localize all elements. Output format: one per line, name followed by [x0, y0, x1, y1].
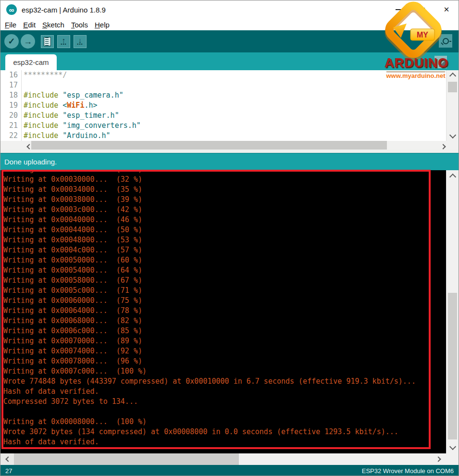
scrollbar-thumb[interactable] [31, 141, 387, 150]
console-horizontal-scrollbar[interactable] [0, 453, 459, 465]
menu-tools[interactable]: Tools [68, 21, 91, 29]
console-line: Compressed 3072 bytes to 134... [3, 397, 447, 407]
console-line: Writing at 0x00078000... (96 %) [3, 356, 447, 366]
open-sketch-button[interactable]: ↑ ••• [57, 35, 70, 48]
tab-bar: esp32-cam [0, 52, 459, 70]
upload-button[interactable]: → [21, 34, 35, 49]
triangle-icon [439, 60, 446, 67]
console-line: Writing at 0x00074000... (92 %) [3, 346, 447, 356]
console-line: Writing at 0x00070000... (89 %) [3, 336, 447, 346]
console-vertical-scrollbar[interactable] [446, 170, 459, 453]
chevron-right-icon [435, 456, 441, 462]
editor-horizontal-scrollbar[interactable] [0, 141, 459, 150]
maximize-button[interactable]: □ [410, 0, 434, 19]
chevron-down-icon [449, 443, 456, 450]
serial-monitor-button[interactable] [439, 34, 452, 48]
console-line: Writing at 0x00044000... (50 %) [3, 225, 447, 235]
check-icon: ✓ [8, 36, 15, 47]
console-line: Writing at 0x00034000... (35 %) [3, 185, 447, 195]
chevron-left-icon [5, 456, 11, 462]
console-line: Writing at 0x00060000... (75 %) [3, 296, 447, 306]
console-line: Writing at 0x00008000... (100 %) [3, 417, 447, 427]
console-line: Writing at 0x00068000... (82 %) [3, 316, 447, 326]
maximize-icon: □ [420, 6, 425, 14]
chevron-down-icon [449, 132, 456, 138]
scroll-up-button[interactable] [447, 171, 459, 181]
tab-esp32-cam[interactable]: esp32-cam [5, 54, 57, 70]
scroll-down-button[interactable] [447, 131, 459, 141]
console-line: Writing at 0x00048000... (53 %) [3, 235, 447, 245]
scroll-down-button[interactable] [447, 443, 459, 452]
code-line: 20 #include "esp_timer.h" [0, 111, 447, 121]
console-line [3, 407, 447, 417]
code-line: 19 #include <WiFi.h> [0, 100, 447, 111]
scroll-up-button[interactable] [447, 70, 459, 80]
tab-list-dropdown-button[interactable] [434, 56, 447, 68]
close-icon: ✕ [444, 5, 450, 14]
menu-bar: File Edit Sketch Tools Help [0, 19, 459, 30]
board-port-label: ESP32 Wrover Module on COM6 [362, 467, 454, 475]
console-line-partial: Writing at 0x0002c000... (28 %) [3, 170, 447, 175]
console-line: Writing at 0x00030000... (32 %) [3, 175, 447, 185]
close-button[interactable]: ✕ [434, 0, 459, 19]
code-line: 21 #include "img_converters.h" [0, 121, 447, 131]
console-line: Writing at 0x0006c000... (85 %) [3, 326, 447, 336]
chevron-up-icon [449, 174, 456, 180]
console-line: Writing at 0x0005c000... (71 %) [3, 286, 447, 296]
code-line: 16 *********/ [0, 70, 447, 80]
right-arrow-icon: → [24, 37, 32, 47]
scrollbar-thumb[interactable] [448, 82, 457, 92]
console-line: Writing at 0x00038000... (39 %) [3, 195, 447, 205]
scroll-left-button[interactable] [0, 453, 14, 465]
chevron-up-icon [449, 73, 456, 79]
tray-dots-icon: ••• [61, 43, 66, 46]
console-line: Writing at 0x00064000... (78 %) [3, 306, 447, 316]
console-line: Hash of data verified. [3, 387, 447, 397]
toolbar: ✓ → ↑ ••• ↓ ••• [0, 30, 459, 52]
chevron-right-icon [440, 144, 446, 149]
console-output[interactable]: Writing at 0x0002c000... (28 %) Writing … [0, 170, 447, 453]
code-line: 18 #include "esp_camera.h" [0, 90, 447, 100]
title-bar: ∞ esp32-cam | Arduino 1.8.9 □ ✕ [0, 0, 459, 19]
window-controls: □ ✕ [386, 0, 459, 19]
status-bar: 27 ESP32 Wrover Module on COM6 [0, 465, 459, 476]
upload-status-bar: Done uploading. [0, 153, 459, 170]
code-editor[interactable]: 16 *********/ 17 18 #include "esp_camera… [0, 70, 447, 141]
new-sketch-button[interactable] [41, 35, 54, 48]
document-icon [44, 37, 51, 46]
console-line: Writing at 0x0003c000... (42 %) [3, 205, 447, 215]
editor-console-divider [0, 150, 459, 153]
verify-button[interactable]: ✓ [4, 34, 19, 49]
console-line: Wrote 774848 bytes (443397 compressed) a… [3, 376, 447, 387]
menu-help[interactable]: Help [91, 21, 113, 29]
scrollbar-thumb[interactable] [14, 453, 239, 465]
upload-status-text: Done uploading. [4, 158, 57, 166]
cursor-line-number: 27 [5, 467, 12, 475]
console-line: Writing at 0x00058000... (67 %) [3, 276, 447, 286]
menu-edit[interactable]: Edit [20, 21, 39, 29]
menu-file[interactable]: File [0, 21, 20, 29]
editor-vertical-scrollbar[interactable] [446, 70, 459, 141]
console-line: Writing at 0x0007c000... (100 %) [3, 366, 447, 376]
scroll-right-button[interactable] [432, 453, 446, 465]
code-line: 17 [0, 80, 447, 90]
magnifier-icon [443, 38, 449, 44]
tray-dots-icon: ••• [77, 43, 83, 46]
arduino-ide-window: ∞ esp32-cam | Arduino 1.8.9 □ ✕ File Edi… [0, 0, 459, 476]
menu-sketch[interactable]: Sketch [39, 21, 68, 29]
console-line: Writing at 0x0004c000... (57 %) [3, 245, 447, 255]
console-line: Writing at 0x00054000... (64 %) [3, 265, 447, 276]
code-line: 22 #include "Arduino.h" [0, 131, 447, 141]
console-line: Writing at 0x00050000... (60 %) [3, 255, 447, 265]
minimize-button[interactable] [386, 0, 410, 19]
arduino-app-icon: ∞ [6, 4, 17, 15]
minimize-icon [396, 9, 401, 10]
console-line: Hash of data verified. [3, 437, 447, 447]
console-line: Wrote 3072 bytes (134 compressed) at 0x0… [3, 427, 447, 437]
console-line: Writing at 0x00040000... (46 %) [3, 215, 447, 225]
save-sketch-button[interactable]: ↓ ••• [74, 35, 87, 48]
window-title: esp32-cam | Arduino 1.8.9 [22, 6, 106, 14]
scrollbar-thumb[interactable] [448, 293, 457, 439]
